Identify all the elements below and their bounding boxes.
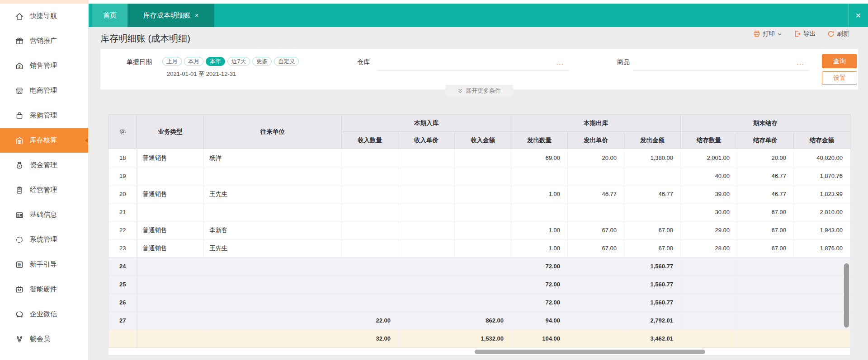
table-cell: [398, 203, 455, 221]
date-range-value: 2021-01-01 至 2021-12-31: [167, 70, 236, 78]
table-cell: 46.77: [568, 185, 624, 203]
table-cell: 普通销售: [137, 221, 204, 239]
table-total-row[interactable]: 32.001,532.00104.003,462.01: [109, 330, 850, 348]
table-cell: [568, 167, 624, 185]
date-pill[interactable]: 本月: [184, 57, 203, 66]
export-button[interactable]: 导出: [794, 30, 816, 38]
table-row[interactable]: 22普通销售李新客1.0067.0067.0029.0067.001,943.0…: [109, 221, 850, 239]
date-pill[interactable]: 上月: [162, 57, 182, 66]
table-cell: [137, 257, 204, 276]
table-row[interactable]: 1940.0046.771,870.76: [109, 167, 850, 185]
table-cell: [342, 294, 398, 312]
table-row[interactable]: 2472.001,560.77: [109, 257, 850, 276]
table-row[interactable]: 23普通销售王先生1.0067.0067.0028.0067.001,876.0…: [109, 239, 850, 257]
table-cell: 46.77: [737, 167, 794, 185]
settings-button[interactable]: 设置: [822, 71, 857, 85]
vertical-scrollbar-thumb[interactable]: [844, 263, 849, 327]
table-cell: [794, 330, 850, 348]
col-header-bal-qty[interactable]: 结存数量: [681, 132, 737, 149]
product-picker-dots-icon[interactable]: ···: [797, 61, 805, 67]
sidebar-item-system[interactable]: 系统管理: [0, 227, 88, 252]
date-pill[interactable]: 本年: [206, 57, 225, 66]
table-cell: [398, 167, 455, 185]
table-cell: 1,560.77: [624, 294, 681, 312]
table-cell: 30.00: [681, 203, 737, 221]
table-cell: 72.00: [511, 294, 568, 312]
product-input[interactable]: ···: [633, 52, 809, 70]
sidebar-item-quick-nav[interactable]: 快捷导航: [0, 4, 88, 28]
date-pill[interactable]: 更多: [252, 57, 272, 66]
col-header-bal-price[interactable]: 结存单价: [737, 132, 794, 149]
sidebar-item-operations[interactable]: 经营管理: [0, 178, 88, 202]
sidebar-item-member[interactable]: 畅会员: [0, 327, 88, 351]
horizontal-scrollbar-thumb[interactable]: [475, 350, 705, 354]
date-pill[interactable]: 近7天: [227, 57, 250, 66]
table-cell: [568, 203, 624, 221]
sidebar-item-label: 快捷导航: [30, 12, 57, 20]
group-header-ending-balance: 期末结存: [681, 115, 850, 132]
col-header-out-qty[interactable]: 发出数量: [511, 132, 568, 149]
row-number: [109, 330, 137, 348]
table-cell: [204, 294, 342, 312]
table-cell: [455, 257, 511, 276]
sidebar-item-inventory[interactable]: 库存核算: [0, 128, 88, 153]
col-header-out-amount[interactable]: 发出金额: [624, 132, 681, 149]
date-pill[interactable]: 自定义: [274, 57, 299, 66]
print-button[interactable]: 打印: [753, 30, 782, 38]
table-cell: 72.00: [511, 257, 568, 276]
refresh-button[interactable]: 刷新: [827, 30, 849, 38]
sidebar-item-wecom[interactable]: 企业微信: [0, 302, 88, 327]
col-header-in-qty[interactable]: 收入数量: [342, 132, 398, 149]
warehouse-picker-dots-icon[interactable]: ···: [557, 61, 564, 67]
table-cell: [455, 239, 511, 257]
tv-icon: [15, 285, 24, 294]
table-row[interactable]: 2672.001,560.77: [109, 294, 850, 312]
table-cell: [794, 312, 850, 330]
bag-icon: [15, 111, 24, 120]
svg-text:¥: ¥: [19, 164, 21, 168]
table-row[interactable]: 2572.001,560.77: [109, 276, 850, 294]
sidebar-item-funds[interactable]: ¥资金管理: [0, 153, 88, 178]
table-cell: 2,001.00: [681, 149, 737, 167]
window-close-button[interactable]: ×: [848, 4, 868, 27]
col-header-in-price[interactable]: 收入单价: [398, 132, 455, 149]
table-cell: [568, 294, 624, 312]
table-cell: 1.00: [511, 185, 568, 203]
row-number: 22: [109, 221, 137, 239]
sidebar-item-smart-hardware[interactable]: 智能硬件: [0, 277, 88, 302]
horizontal-scrollbar[interactable]: [108, 348, 850, 355]
sidebar-item-ecommerce[interactable]: 电商管理: [0, 78, 88, 103]
chevron-down-icon: [777, 32, 782, 37]
search-button[interactable]: 查询: [822, 54, 857, 68]
table-cell: [204, 257, 342, 276]
col-header-out-price[interactable]: 发出单价: [568, 132, 624, 149]
table-cell: [455, 294, 511, 312]
table-row[interactable]: 2722.00862.0094.002,792.01: [109, 312, 850, 330]
col-header-in-amount[interactable]: 收入金额: [455, 132, 511, 149]
expand-more-button[interactable]: 展开更多条件: [445, 85, 513, 97]
sidebar-item-newbie-guide[interactable]: 新新手引导: [0, 252, 88, 277]
sales-icon: $: [15, 61, 24, 70]
table-cell: [204, 203, 342, 221]
table-cell: 67.00: [737, 203, 794, 221]
table-cell: 1,560.77: [624, 257, 681, 276]
table-cell: [568, 257, 624, 276]
table-row[interactable]: 2130.0067.002,010.00: [109, 203, 850, 221]
table-cell: 20.00: [737, 149, 794, 167]
col-header-counterparty[interactable]: 往来单位: [204, 115, 342, 149]
tab-close-icon[interactable]: ×: [195, 12, 198, 19]
table-cell: [342, 185, 398, 203]
table-row[interactable]: 20普通销售王先生1.0046.7746.7739.0046.771,823.9…: [109, 185, 850, 203]
warehouse-input[interactable]: ···: [377, 52, 569, 70]
sidebar-item-purchasing[interactable]: 采购管理: [0, 103, 88, 128]
col-header-bal-amount[interactable]: 结存金额: [794, 132, 850, 149]
col-header-business-type[interactable]: 业务类型: [137, 115, 204, 149]
column-settings-gear-icon[interactable]: [109, 115, 137, 149]
row-number: 21: [109, 203, 137, 221]
sidebar-item-basic-info[interactable]: 基础信息: [0, 202, 88, 227]
tab-home[interactable]: 首页: [92, 4, 127, 27]
sidebar-item-sales[interactable]: $销售管理: [0, 53, 88, 78]
table-row[interactable]: 18普通销售杨洋69.0020.001,380.002,001.0020.004…: [109, 149, 850, 167]
sidebar-item-marketing[interactable]: 营销推广: [0, 28, 88, 53]
tab-inventory-cost-ledger[interactable]: 库存成本明细账 ×: [127, 4, 214, 27]
